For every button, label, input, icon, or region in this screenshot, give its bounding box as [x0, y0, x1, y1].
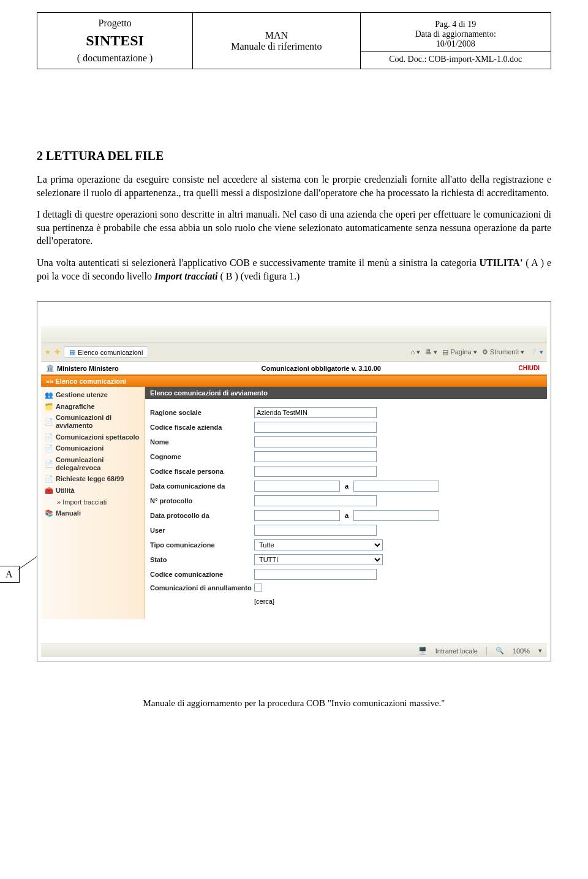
para3-mid2: ( B ) (vedi figura 1.) — [221, 271, 300, 281]
label-stato: Stato — [150, 556, 254, 563]
label-com-ann: Comunicazioni di annullamento — [150, 584, 254, 592]
sidebar-item-manuali[interactable]: 📚Manuali — [41, 508, 145, 519]
input-user[interactable] — [254, 525, 377, 536]
select-stato[interactable]: TUTTI — [254, 554, 383, 565]
sidebar-item-anagrafiche[interactable]: 🗂️Anagrafiche — [41, 401, 145, 413]
date-label: Data di aggiornamento: — [368, 29, 544, 39]
doc-icon: 📄 — [45, 433, 53, 441]
label-data-com-da: Data comunicazione da — [150, 482, 254, 490]
input-cf-persona[interactable] — [254, 466, 377, 477]
browser-tab[interactable]: ▦ Elenco comunicazioni — [64, 346, 148, 358]
page-number: Pag. 4 di 19 — [368, 20, 544, 29]
zone-icon: 🖥️ — [418, 647, 427, 655]
checkbox-com-ann[interactable] — [254, 584, 262, 592]
page-menu[interactable]: ▤ Pagina ▾ — [442, 348, 477, 356]
doc-icon: 📄 — [45, 444, 53, 452]
label-cf-azienda: Codice fiscale azienda — [150, 424, 254, 431]
header-col-project: Progetto SINTESI ( documentazione ) — [37, 13, 193, 69]
sidebar-sub-import-tracciati[interactable]: » Import tracciati — [41, 497, 145, 508]
sidebar-item-com-avviamento[interactable]: 📄Comunicazioni di avviamento — [41, 412, 145, 431]
select-tipo-com[interactable]: Tutte — [254, 539, 383, 550]
input-nome[interactable] — [254, 436, 377, 447]
label-cod-com: Codice comunicazione — [150, 571, 254, 578]
label-ragione-sociale: Ragione sociale — [150, 409, 254, 416]
tab-title: Elenco comunicazioni — [78, 349, 143, 356]
sidebar-item-comunicazioni[interactable]: 📄Comunicazioni — [41, 443, 145, 454]
tools-menu[interactable]: ⚙ Strumenti ▾ — [482, 348, 524, 356]
row-tipo-com: Tipo comunicazione Tutte — [145, 538, 547, 552]
tools-icon: 🧰 — [45, 487, 53, 495]
header-col-meta: Pag. 4 di 19 Data di aggiornamento: 10/0… — [361, 13, 551, 69]
cerca-link[interactable]: [cerca] — [145, 596, 547, 607]
sidebar-item-com-spettacolo[interactable]: 📄Comunicazioni spettacolo — [41, 432, 145, 443]
panel-title: Elenco comunicazioni di avviamento — [145, 387, 547, 399]
cod-doc: Cod. Doc.: COB-import-XML-1.0.doc — [361, 51, 551, 67]
ie-tabbar: ★ ✚ ▦ Elenco comunicazioni ⌂ ▾ 🖶 ▾ ▤ Pag… — [41, 343, 547, 362]
project-sub: ( documentazione ) — [45, 53, 185, 64]
man-top: MAN — [200, 30, 352, 41]
app-header: 🏛️ Ministero Ministero Comunicazioni obb… — [41, 362, 547, 376]
status-zoom[interactable]: 100% — [513, 647, 530, 655]
label-tipo-com: Tipo comunicazione — [150, 541, 254, 549]
home-icon[interactable]: ⌂ ▾ — [411, 348, 421, 356]
input-data-com-a[interactable] — [353, 481, 439, 492]
book-icon: 📚 — [45, 509, 53, 517]
input-data-prot-da[interactable] — [254, 510, 340, 521]
ministry-logo: 🏛️ Ministero Ministero — [41, 362, 124, 375]
users-icon: 👥 — [45, 391, 53, 399]
row-ragione-sociale: Ragione sociale — [145, 405, 547, 420]
project-label: Progetto — [45, 18, 185, 29]
para-3: Una volta autenticati si selezionerà l'a… — [37, 256, 551, 283]
para-2: I dettagli di questre operazioni sono de… — [37, 208, 551, 248]
zoom-chevron-icon[interactable]: ▾ — [538, 647, 542, 655]
ie-menubar — [41, 326, 547, 343]
para3-pre: Una volta autenticati si selezionerà l'a… — [37, 257, 480, 268]
input-ragione-sociale[interactable] — [254, 407, 377, 418]
row-stato: Stato TUTTI — [145, 552, 547, 567]
label-data-prot-da: Data protocollo da — [150, 512, 254, 519]
section-heading: 2 LETTURA DEL FILE — [37, 149, 551, 163]
ie-statusbar: 🖥️ Intranet locale 🔍 100% ▾ — [41, 644, 547, 657]
sidebar-item-utilita[interactable]: 🧰Utilità — [41, 485, 145, 497]
breadcrumb: »» Elenco comunicazioni — [41, 376, 547, 387]
ministry-text: Ministero Ministero — [57, 365, 119, 372]
label-n-protocollo: N° protocollo — [150, 497, 254, 504]
main-panel: Elenco comunicazioni di avviamento Ragio… — [145, 387, 547, 619]
help-icon[interactable]: ❔ ▾ — [529, 348, 543, 356]
row-data-prot: Data protocollo da a — [145, 508, 547, 523]
add-tab-icon[interactable]: ✚ — [55, 348, 60, 356]
row-data-com: Data comunicazione da a — [145, 479, 547, 493]
ie-command-bar: ⌂ ▾ 🖶 ▾ ▤ Pagina ▾ ⚙ Strumenti ▾ ❔ ▾ — [411, 348, 543, 356]
input-cognome[interactable] — [254, 451, 377, 462]
sidebar-item-richieste-6899[interactable]: 📄Richieste legge 68/99 — [41, 473, 145, 485]
doc-icon: 📄 — [45, 475, 53, 483]
zoom-icon[interactable]: 🔍 — [496, 647, 504, 655]
label-cf-persona: Codice fiscale persona — [150, 468, 254, 475]
para3-bold: UTILITA' — [480, 257, 523, 268]
sidebar: 👥Gestione utenze 🗂️Anagrafiche 📄Comunica… — [41, 387, 145, 619]
flag-icon: 🏛️ — [46, 364, 55, 372]
row-com-ann: Comunicazioni di annullamento — [145, 582, 547, 593]
callout-a: A — [0, 566, 20, 583]
label-user: User — [150, 527, 254, 534]
input-data-prot-a[interactable] — [353, 510, 439, 521]
sidebar-item-delega-revoca[interactable]: 📄Comunicazioni delega/revoca — [41, 454, 145, 473]
input-cod-com[interactable] — [254, 569, 377, 580]
sidebar-item-gestione-utenze[interactable]: 👥Gestione utenze — [41, 389, 145, 401]
para-1: La prima operazione da eseguire consiste… — [37, 173, 551, 199]
sep-a2: a — [345, 512, 349, 519]
input-cf-azienda[interactable] — [254, 422, 377, 433]
close-link[interactable]: CHIUDI — [519, 365, 547, 371]
para3-italic: Import tracciati — [154, 271, 218, 281]
page-footer: Manuale di aggiornamento per la procedur… — [37, 698, 551, 709]
sep-a: a — [345, 482, 349, 490]
input-data-com-da[interactable] — [254, 481, 340, 492]
status-zone: Intranet locale — [435, 647, 478, 655]
print-icon[interactable]: 🖶 ▾ — [425, 348, 437, 356]
input-n-protocollo[interactable] — [254, 495, 377, 506]
favorites-star-icon[interactable]: ★ — [45, 348, 51, 356]
row-cf-azienda: Codice fiscale azienda — [145, 420, 547, 435]
project-name: SINTESI — [45, 32, 185, 49]
header-col-man: MAN Manuale di riferimento — [193, 13, 360, 69]
page-icon: ▦ — [69, 348, 75, 356]
